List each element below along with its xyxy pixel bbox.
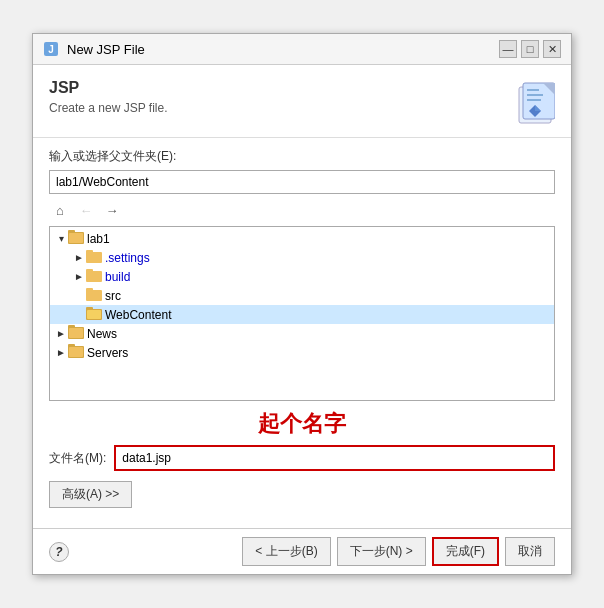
- label-webcontent: WebContent: [105, 308, 172, 322]
- svg-rect-21: [87, 310, 101, 319]
- filename-row: 文件名(M):: [49, 445, 555, 471]
- home-nav-button[interactable]: ⌂: [49, 200, 71, 220]
- expander-build[interactable]: ►: [72, 270, 86, 284]
- forward-nav-button[interactable]: →: [101, 200, 123, 220]
- svg-rect-27: [69, 347, 83, 357]
- header-title: JSP: [49, 79, 168, 97]
- window-controls: — □ ✕: [499, 40, 561, 58]
- label-settings: .settings: [105, 251, 150, 265]
- label-servers: Servers: [87, 346, 128, 360]
- header-subtitle: Create a new JSP file.: [49, 101, 168, 115]
- tree-item-news[interactable]: ► News: [50, 324, 554, 343]
- tree-item-settings[interactable]: ► .settings: [50, 248, 554, 267]
- wizard-icon: [515, 79, 555, 127]
- advanced-section: 高级(A) >>: [49, 481, 555, 508]
- back-button[interactable]: < 上一步(B): [242, 537, 330, 566]
- folder-icon-settings: [86, 249, 102, 266]
- dialog-window: J New JSP File — □ ✕ JSP Create a new JS…: [32, 33, 572, 575]
- svg-rect-12: [69, 233, 83, 243]
- content-area: 输入或选择父文件夹(E): ⌂ ← → ▾ lab1 ►: [33, 138, 571, 528]
- svg-rect-7: [527, 99, 541, 101]
- svg-rect-14: [86, 250, 93, 254]
- project-icon-lab1: [68, 230, 84, 247]
- svg-rect-16: [86, 269, 93, 273]
- filename-label: 文件名(M):: [49, 450, 106, 467]
- tree-item-build[interactable]: ► build: [50, 267, 554, 286]
- project-icon-servers: [68, 344, 84, 361]
- next-button[interactable]: 下一步(N) >: [337, 537, 426, 566]
- project-icon-news: [68, 325, 84, 342]
- annotation-text: 起个名字: [49, 401, 555, 445]
- svg-rect-6: [527, 94, 543, 96]
- label-src: src: [105, 289, 121, 303]
- header-area: JSP Create a new JSP file.: [33, 65, 571, 138]
- advanced-button[interactable]: 高级(A) >>: [49, 481, 132, 508]
- label-build: build: [105, 270, 130, 284]
- folder-icon-src: [86, 287, 102, 304]
- file-tree[interactable]: ▾ lab1 ► .settings ► build: [49, 226, 555, 401]
- help-button[interactable]: ?: [49, 542, 69, 562]
- dialog-title: New JSP File: [67, 42, 491, 57]
- folder-label: 输入或选择父文件夹(E):: [49, 148, 555, 165]
- expander-settings[interactable]: ►: [72, 251, 86, 265]
- tree-item-webcontent[interactable]: ► WebContent: [50, 305, 554, 324]
- title-bar: J New JSP File — □ ✕: [33, 34, 571, 65]
- back-nav-button[interactable]: ←: [75, 200, 97, 220]
- nav-toolbar: ⌂ ← →: [49, 200, 555, 220]
- maximize-button[interactable]: □: [521, 40, 539, 58]
- expander-lab1[interactable]: ▾: [54, 232, 68, 246]
- expander-servers[interactable]: ►: [54, 346, 68, 360]
- folder-icon-webcontent: [86, 306, 102, 323]
- folder-path-input[interactable]: [49, 170, 555, 194]
- dialog-icon: J: [43, 41, 59, 57]
- svg-text:J: J: [48, 44, 54, 55]
- label-lab1: lab1: [87, 232, 110, 246]
- minimize-button[interactable]: —: [499, 40, 517, 58]
- filename-input[interactable]: [114, 445, 555, 471]
- svg-rect-24: [69, 328, 83, 338]
- footer-buttons: < 上一步(B) 下一步(N) > 完成(F) 取消: [242, 537, 555, 566]
- svg-rect-18: [86, 288, 93, 292]
- header-left: JSP Create a new JSP file.: [49, 79, 168, 115]
- tree-item-lab1[interactable]: ▾ lab1: [50, 229, 554, 248]
- expander-news[interactable]: ►: [54, 327, 68, 341]
- tree-item-servers[interactable]: ► Servers: [50, 343, 554, 362]
- folder-icon-build: [86, 268, 102, 285]
- label-news: News: [87, 327, 117, 341]
- finish-button[interactable]: 完成(F): [432, 537, 499, 566]
- footer: ? < 上一步(B) 下一步(N) > 完成(F) 取消: [33, 528, 571, 574]
- cancel-button[interactable]: 取消: [505, 537, 555, 566]
- close-button[interactable]: ✕: [543, 40, 561, 58]
- tree-item-src[interactable]: ► src: [50, 286, 554, 305]
- svg-rect-5: [527, 89, 539, 91]
